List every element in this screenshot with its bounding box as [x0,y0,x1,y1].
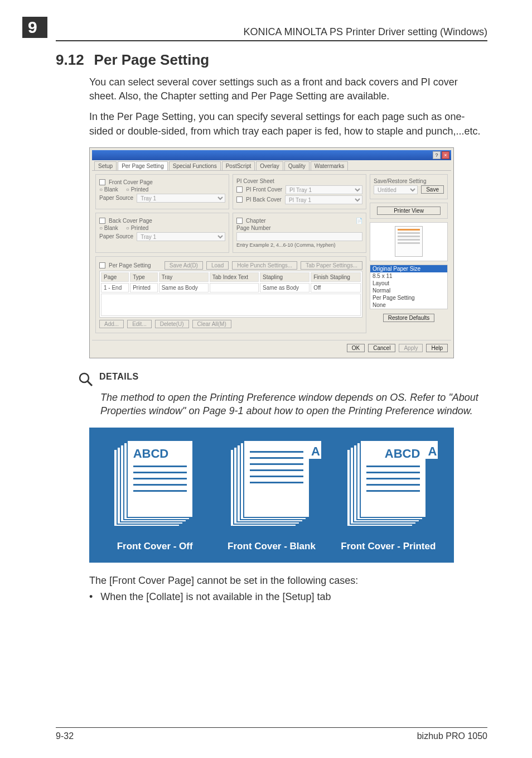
pi-front-checkbox[interactable] [236,186,243,193]
cover-diagram: ABCD Front Cover - Off A Front Cover - B… [89,428,454,562]
front-cover-checkbox[interactable] [99,179,105,185]
details-text: The method to open the Printing Preferen… [100,391,487,418]
chapter-label: Chapter [246,218,266,224]
printer-view-button[interactable]: Printer View [377,207,440,215]
load-button[interactable]: Load [206,261,229,270]
diagram-label-1: ABCD [133,447,187,461]
ok-button[interactable]: OK [347,344,365,352]
help-icon[interactable]: ? [433,151,441,159]
edit-button[interactable]: Edit... [127,320,152,328]
svg-line-1 [88,381,92,386]
section-title: Per Page Setting [94,51,210,68]
per-page-table: PageTypeTrayTab Index TextStaplingFinish… [99,271,362,318]
page-header-title: KONICA MINOLTA PS Printer Driver setting… [244,26,487,38]
help-button[interactable]: Help [426,344,448,352]
tab-per-page-setting[interactable]: Per Page Setting [118,161,168,170]
setting-name-select[interactable]: Untitled [374,185,418,194]
back-cover-label: Back Cover Page [109,218,152,224]
chapter-badge: 9 [22,17,47,38]
save-add-button[interactable]: Save Ad(D) [165,261,203,270]
pi-back-checkbox[interactable] [236,196,243,203]
diagram-label-3: A [424,441,438,459]
section-number: 9.12 [56,51,84,68]
page-number-input[interactable] [236,232,362,241]
restore-defaults-button[interactable]: Restore Defaults [383,314,434,322]
diagram-caption-1: Front Cover - Off [117,540,193,552]
back-paper-source-label: Paper Source [99,233,133,239]
details-label: DETAILS [99,372,139,382]
pi-cover-label: PI Cover Sheet [236,178,274,184]
tab-watermarks[interactable]: Watermarks [311,161,349,170]
page-number-label: Page Number [236,225,271,231]
delete-button[interactable]: Delete(U) [155,320,189,328]
clear-all-button[interactable]: Clear All(M) [192,320,231,328]
add-button[interactable]: Add... [99,320,124,328]
front-cover-label: Front Cover Page [109,179,153,185]
front-paper-source-label: Paper Source [99,195,133,201]
back-paper-source-select[interactable]: Tray 1 [137,232,225,241]
dialog-screenshot: ? × Setup Per Page Setting Special Funct… [89,147,454,358]
chapter-example: Entry Example 2, 4...6-10 (Comma, Hyphen… [236,242,336,248]
pi-back-select[interactable]: PI Tray 1 [285,195,362,204]
cancel-button[interactable]: Cancel [368,344,395,352]
info-list: Original Paper Size 8.5 x 11 Layout Norm… [370,265,448,309]
back-cover-checkbox[interactable] [99,218,105,224]
tab-overlay[interactable]: Overlay [256,161,283,170]
svg-point-0 [80,373,89,382]
save-button[interactable]: Save [421,185,444,194]
table-row[interactable]: 1 - EndPrintedSame as BodySame as BodyOf… [101,283,361,292]
tab-postscript[interactable]: PostScript [222,161,255,170]
magnifier-icon [78,372,94,387]
per-page-label: Per Page Setting [109,262,151,268]
diagram-caption-3: Front Cover - Printed [341,540,436,552]
section-heading: 9.12Per Page Setting [56,51,487,69]
dialog-titlebar: ? × [92,150,451,160]
hole-punch-button[interactable]: Hole Punch Settings... [232,261,297,270]
close-icon[interactable]: × [442,151,449,159]
diagram-label-3-top: ABCD [366,447,420,461]
tab-setup[interactable]: Setup [94,161,117,170]
chapter-checkbox[interactable] [236,218,243,224]
per-page-checkbox[interactable] [99,262,105,268]
diagram-label-2: A [308,441,321,459]
footer-product: bizhub PRO 1050 [417,731,487,741]
front-paper-source-select[interactable]: Tray 1 [137,194,225,203]
note-intro: The [Front Cover Page] cannot be set in … [89,575,487,587]
bullet-text: When the [Collate] is not available in t… [100,590,331,604]
paragraph-1: You can select several cover settings su… [89,75,487,103]
preview-thumbnail [370,222,448,261]
dialog-tabs: Setup Per Page Setting Special Functions… [92,160,451,171]
apply-button[interactable]: Apply [399,344,423,352]
tab-paper-button[interactable]: Tab Paper Settings... [301,261,362,270]
paragraph-2: In the Per Page Setting, you can specify… [89,110,487,138]
pi-front-select[interactable]: PI Tray 1 [286,185,362,194]
diagram-caption-2: Front Cover - Blank [228,540,316,552]
tab-quality[interactable]: Quality [284,161,309,170]
bullet-dot: • [89,590,93,604]
tab-special-functions[interactable]: Special Functions [169,161,221,170]
footer-page-number: 9-32 [56,731,74,741]
save-restore-label: Save/Restore Setting [374,178,427,184]
